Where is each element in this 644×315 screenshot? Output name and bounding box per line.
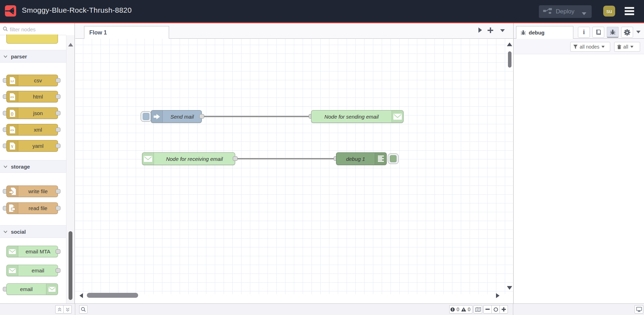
config-nodes-button[interactable] [621, 27, 633, 38]
zoom-reset-button[interactable] [491, 305, 500, 314]
debug-tab-label: debug [529, 30, 545, 36]
chevron-down-icon [630, 46, 633, 48]
palette-node-csv[interactable]: 1,2 csv [0, 75, 66, 87]
funnel-icon [573, 45, 578, 49]
flow-node-sending-email[interactable]: Node for sending email [311, 110, 404, 123]
chevron-down-icon [4, 231, 7, 233]
debug-filter-button[interactable]: all nodes [570, 42, 610, 52]
canvas-scroll-down-arrow[interactable] [507, 286, 512, 290]
monitor-icon [636, 307, 642, 312]
hamburger-icon [625, 7, 634, 9]
map-icon [475, 307, 481, 312]
zoom-in-button[interactable] [500, 305, 508, 314]
scroll-up-arrow[interactable] [68, 43, 73, 46]
palette-node-label: read file [18, 205, 58, 211]
node-port[interactable] [56, 189, 60, 194]
file-yaml-icon: Y [7, 140, 18, 151]
warning-count-icon [461, 307, 466, 311]
tab-flow-1[interactable]: Flow 1 [84, 26, 169, 39]
canvas-vscroll-thumb[interactable] [508, 51, 511, 68]
search-flows-button[interactable] [79, 305, 88, 314]
add-flow-button[interactable] [488, 27, 493, 33]
node-port[interactable] [56, 127, 60, 132]
node-port[interactable] [56, 111, 60, 115]
deploy-wire-icon [543, 8, 552, 16]
debug-clear-button[interactable]: all [614, 42, 640, 52]
tab-scroll-right-icon[interactable] [478, 27, 482, 33]
palette-scroll-thumb[interactable] [69, 231, 72, 300]
node-port[interactable] [56, 144, 60, 148]
canvas-scroll-right-arrow[interactable] [496, 293, 500, 298]
open-new-window-button[interactable] [635, 305, 643, 314]
flow-node-debug-1[interactable]: debug 1 [336, 152, 387, 165]
output-port[interactable] [199, 114, 204, 119]
wire-layer [75, 39, 513, 294]
footer-bar: 0 0 [0, 303, 644, 315]
node-port[interactable] [56, 94, 60, 99]
envelope-icon [142, 153, 154, 165]
palette-node-email-in[interactable]: email [0, 265, 66, 277]
palette-node-label: email [18, 267, 58, 273]
zoom-out-button[interactable] [483, 305, 492, 314]
palette-section-storage[interactable]: storage [0, 160, 66, 173]
chevron-down-icon [601, 46, 605, 48]
error-count: 0 [456, 307, 461, 312]
info-panel-button[interactable]: i [578, 27, 590, 38]
sidebar-options-chevron[interactable] [636, 31, 640, 33]
debug-panel-button[interactable] [607, 27, 619, 38]
flow-status-button[interactable]: 0 0 [449, 305, 472, 314]
file-xml-icon: <> [7, 124, 18, 135]
palette-expand-all-button[interactable] [63, 305, 72, 314]
output-port[interactable] [233, 156, 238, 161]
deploy-label: Deploy [556, 8, 574, 15]
right-sidebar: debug i [513, 23, 644, 303]
header-bar: Smoggy-Blue-Rock-Thrush-8820 Deploy su [0, 0, 644, 22]
node-port[interactable] [56, 249, 60, 254]
file-html-icon: <> [7, 91, 18, 102]
palette-node-html[interactable]: <> html [0, 91, 66, 103]
help-panel-button[interactable] [592, 27, 604, 38]
palette-section-parser[interactable]: parser [0, 50, 66, 63]
flow-list-chevron[interactable] [500, 29, 505, 32]
palette-section-social[interactable]: social [0, 225, 66, 238]
debug-toggle-button[interactable] [388, 153, 399, 164]
palette-node-email-mta[interactable]: email MTA [0, 246, 66, 258]
tab-debug[interactable]: debug [516, 26, 573, 39]
debug-filter-label: all nodes [580, 44, 599, 50]
palette-node-yaml[interactable]: Y yaml [0, 140, 66, 152]
flow-tab-label: Flow 1 [89, 30, 107, 36]
palette-node-partial[interactable] [6, 34, 58, 44]
debug-messages-panel[interactable] [514, 54, 644, 303]
canvas-hscroll-thumb[interactable] [87, 293, 138, 298]
palette-node-json[interactable]: {} json [0, 107, 66, 119]
node-port[interactable] [56, 206, 60, 210]
deploy-options-chevron[interactable] [582, 10, 586, 17]
user-avatar[interactable]: su [603, 6, 615, 17]
node-label: debug 1 [336, 156, 375, 162]
canvas-scroll-up-arrow[interactable] [507, 42, 512, 46]
palette-node-write-file[interactable]: write file [0, 185, 66, 197]
main-menu-button[interactable] [625, 7, 634, 15]
search-icon [3, 26, 8, 33]
palette-node-email-out[interactable]: email [0, 283, 66, 295]
flow-canvas[interactable]: Send mail Node for sending email Node fo… [75, 39, 513, 294]
palette-node-label: xml [18, 127, 58, 133]
palette-scrollbar[interactable] [66, 35, 75, 303]
canvas-scroll-left-arrow[interactable] [79, 293, 83, 298]
filter-nodes-input[interactable] [10, 25, 63, 34]
node-port[interactable] [56, 78, 60, 83]
flow-workspace: Flow 1 Send mail No [75, 23, 513, 303]
palette-collapse-all-button[interactable] [55, 305, 64, 314]
node-port[interactable] [56, 268, 60, 273]
flow-node-receiving-email[interactable]: Node for receiving email [142, 152, 235, 165]
palette-node-read-file[interactable]: read file [0, 202, 66, 214]
svg-text:<>: <> [10, 95, 14, 99]
flow-node-send-mail[interactable]: Send mail [151, 110, 202, 123]
navigator-button[interactable] [474, 305, 482, 314]
node-palette: parser 1,2 csv <> html {} json [0, 23, 75, 303]
inject-trigger-button[interactable] [141, 111, 152, 122]
warning-count: 0 [467, 307, 472, 312]
palette-node-xml[interactable]: <> xml [0, 124, 66, 136]
palette-node-label: html [18, 94, 58, 100]
file-write-icon [7, 186, 18, 197]
